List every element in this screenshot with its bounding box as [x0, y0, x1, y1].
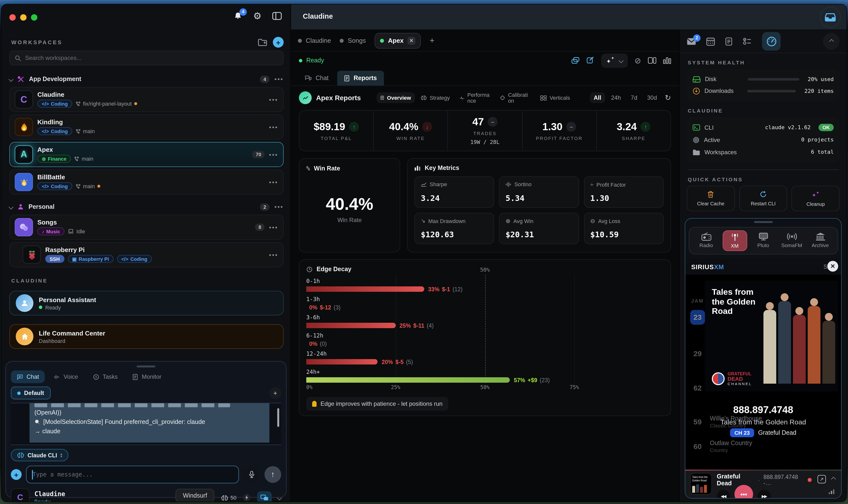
workspace-item-apex[interactable]: A Apex ⊚ Finance main 70 •••: [9, 142, 284, 167]
disable-button[interactable]: ⊘: [635, 56, 641, 65]
life-command-center-card[interactable]: Life Command Center Dashboard: [9, 324, 284, 349]
collapse-group-icon[interactable]: [8, 204, 14, 209]
item-menu-button[interactable]: •••: [269, 224, 278, 231]
restart-cli-button[interactable]: Restart CLI: [739, 186, 787, 211]
nav-verticals[interactable]: Verticals: [536, 92, 574, 103]
nav-performance[interactable]: Performance: [456, 89, 494, 106]
dock-drag-handle[interactable]: [137, 365, 155, 367]
session-chip-default[interactable]: Default: [11, 386, 50, 399]
notifications-button[interactable]: 4: [233, 12, 242, 20]
item-menu-button[interactable]: •••: [269, 179, 278, 185]
dollar-crown-icon: $: [19, 177, 29, 187]
expand-player-button[interactable]: [831, 477, 836, 482]
play-pause-button[interactable]: •••: [734, 485, 753, 499]
dock-tab-monitor[interactable]: Monitor: [126, 371, 167, 383]
settings-button[interactable]: ⚙: [253, 11, 261, 21]
range-30d[interactable]: 30d: [643, 92, 661, 103]
media-drag-handle[interactable]: [754, 221, 773, 223]
steal-your-face-icon: [712, 372, 725, 385]
picture-in-picture-button[interactable]: [257, 491, 272, 502]
workspace-item-raspberry-pi[interactable]: Raspberry Pi SSH ▣ Raspberry Pi </> Codi…: [9, 242, 284, 267]
add-workspace-button[interactable]: +: [273, 37, 284, 48]
stats-button[interactable]: [663, 57, 671, 64]
dock-tab-chat[interactable]: Chat: [11, 371, 45, 383]
source-somafm[interactable]: SomaFM: [779, 230, 804, 251]
close-tab-icon[interactable]: ✕: [408, 37, 415, 44]
new-tab-button[interactable]: +: [430, 36, 435, 46]
workspace-item-claudine[interactable]: C Claudine </> Coding fix/right-panel-la…: [9, 87, 284, 112]
promo-title: Tales from the Golden Road: [712, 287, 766, 316]
item-menu-button[interactable]: •••: [269, 96, 278, 103]
log-scrollbar[interactable]: [277, 408, 279, 427]
message-input-wrap[interactable]: [26, 466, 239, 483]
zoom-window-button[interactable]: [31, 14, 37, 21]
group-menu-button[interactable]: •••: [275, 203, 284, 210]
nav-overview[interactable]: Overview: [377, 92, 415, 103]
notes-tab[interactable]: [725, 37, 732, 46]
add-session-button[interactable]: +: [270, 387, 281, 399]
compose-button[interactable]: [587, 56, 594, 64]
nav-calibration[interactable]: Calibration: [496, 89, 534, 106]
workspace-item-billbattle[interactable]: $ BillBattle </> Coding main •••: [9, 169, 284, 195]
workspace-item-kindling[interactable]: Kindling </> Coding main •••: [9, 114, 284, 140]
mail-tab[interactable]: 2: [687, 38, 696, 45]
search-input[interactable]: [25, 55, 278, 61]
new-folder-button[interactable]: [258, 38, 267, 46]
group-menu-button[interactable]: •••: [275, 76, 284, 83]
message-input[interactable]: [32, 471, 232, 478]
attach-button[interactable]: +: [11, 469, 22, 480]
collapse-panel-button[interactable]: [823, 33, 840, 50]
volume-icon[interactable]: [829, 489, 834, 494]
send-button[interactable]: ↑: [264, 466, 281, 483]
minimize-window-button[interactable]: [20, 14, 27, 21]
tab-apex[interactable]: Apex ✕: [375, 33, 421, 48]
gear-icon: ⚙: [253, 11, 261, 21]
chat-log[interactable]: (OpenAI)) [ModelSelectionState] Found pr…: [11, 403, 281, 445]
ai-actions-button[interactable]: ✦✦: [602, 53, 628, 68]
collapse-group-icon[interactable]: [8, 77, 14, 82]
refresh-button[interactable]: ↻: [665, 93, 671, 102]
source-xm-active[interactable]: XM: [722, 230, 747, 251]
workspace-item-songs[interactable]: ♪♪ Songs ♪ Music Idle 8 •••: [9, 215, 284, 240]
bolt-button[interactable]: [242, 493, 251, 502]
item-menu-button[interactable]: •••: [269, 151, 278, 158]
toggle-sidebar-button[interactable]: [272, 12, 282, 20]
context-usage: 50: [221, 494, 237, 501]
workspace-search[interactable]: [9, 51, 284, 65]
view-tab-chat[interactable]: Chat: [298, 71, 335, 86]
split-view-button[interactable]: [648, 57, 656, 64]
tab-claudine[interactable]: Claudine: [298, 37, 331, 44]
group-personal[interactable]: Personal: [29, 203, 55, 210]
tab-songs[interactable]: Songs: [340, 37, 366, 44]
range-all[interactable]: All: [590, 92, 605, 103]
workspaces-header: WORKSPACES: [11, 39, 63, 45]
collapse-dock-button[interactable]: [277, 495, 282, 500]
mic-button[interactable]: [243, 466, 260, 483]
source-archive[interactable]: Archive: [808, 230, 832, 251]
pop-out-button[interactable]: ↗: [817, 475, 826, 483]
personal-assistant-card[interactable]: Personal Assistant Ready: [9, 291, 284, 316]
tasks-tab[interactable]: [743, 37, 752, 45]
close-window-button[interactable]: [9, 14, 16, 21]
source-pluto[interactable]: Pluto: [751, 230, 776, 251]
item-menu-button[interactable]: •••: [269, 124, 278, 130]
dock-tab-voice[interactable]: Voice: [48, 371, 84, 383]
copy-button[interactable]: [571, 57, 580, 64]
inbox-button[interactable]: [820, 7, 841, 28]
cleanup-button[interactable]: ✦✦ Cleanup: [792, 186, 840, 211]
range-24h[interactable]: 24h: [607, 92, 625, 103]
dock-tab-tasks[interactable]: Tasks: [87, 371, 123, 383]
close-webview-button[interactable]: ✕: [827, 261, 838, 272]
view-tab-reports[interactable]: Reports: [338, 71, 384, 86]
model-selector-chip[interactable]: Claude CLI ▴▾: [11, 449, 68, 461]
calendar-tab[interactable]: [706, 37, 715, 46]
item-menu-button[interactable]: •••: [269, 251, 278, 258]
previous-button[interactable]: ◀◀: [717, 489, 730, 499]
group-app-development[interactable]: App Development: [29, 76, 81, 83]
clear-cache-button[interactable]: Clear Cache: [687, 186, 735, 211]
nav-strategy[interactable]: Strategy: [417, 92, 454, 103]
next-button[interactable]: ▶▶: [758, 489, 771, 499]
system-tab-active[interactable]: [762, 32, 781, 51]
range-7d[interactable]: 7d: [627, 92, 641, 103]
source-radio[interactable]: Radio: [694, 230, 719, 251]
